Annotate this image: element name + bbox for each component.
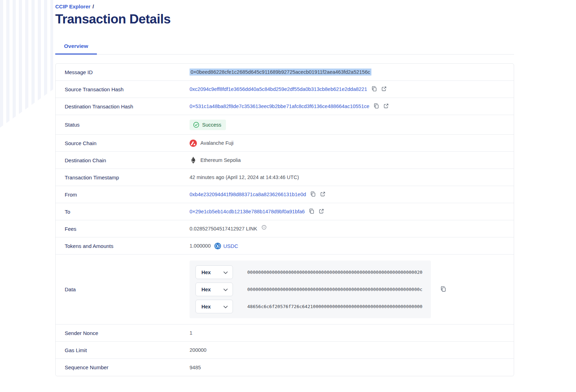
copy-data-button[interactable]: [440, 286, 446, 293]
hex-format-select[interactable]: Hex: [195, 283, 233, 296]
row-data: Data Hex 0000000000000000000000000000000…: [56, 255, 514, 325]
check-circle-icon: [193, 122, 199, 128]
breadcrumb: CCIP Explorer/: [55, 3, 514, 9]
background-stripes-decoration: [0, 0, 53, 128]
copy-button[interactable]: [374, 103, 379, 110]
external-link-icon: [381, 86, 387, 93]
row-source-tx-hash: Source Transaction Hash 0xc2094c9eff8fdf…: [56, 81, 514, 98]
row-to: To 0×29e1cb5eb14cdb12138e788b1478d9bf0a9…: [56, 203, 514, 220]
dest-chain-label: Destination Chain: [65, 157, 190, 163]
row-sender-nonce: Sender Nonce 1: [56, 325, 514, 342]
fees-info-button[interactable]: [262, 225, 266, 231]
external-link-button[interactable]: [381, 86, 387, 93]
tab-overview[interactable]: Overview: [55, 43, 97, 54]
source-tx-hash-link[interactable]: 0xc2094c9eff8fdf1e3656dd40a5c84bd259e2df…: [190, 86, 367, 92]
to-label: To: [65, 209, 190, 215]
timestamp-label: Transaction Timestamp: [65, 174, 190, 180]
external-link-icon: [319, 208, 324, 215]
status-badge: Success: [190, 120, 226, 130]
chevron-down-icon: [223, 304, 228, 309]
status-label: Status: [65, 122, 190, 128]
copy-icon: [374, 103, 379, 110]
copy-icon: [440, 286, 446, 293]
breadcrumb-separator: /: [93, 3, 94, 9]
hex-format-select[interactable]: Hex: [195, 265, 233, 279]
external-link-button[interactable]: [320, 191, 326, 198]
message-id-label: Message ID: [65, 69, 190, 75]
dest-chain-value: Ethereum Sepolia: [200, 157, 241, 163]
copy-icon: [310, 191, 316, 198]
copy-icon: [371, 86, 377, 93]
row-dest-chain: Destination Chain Ethereum Sepolia: [56, 152, 514, 169]
to-address-link[interactable]: 0×29e1cb5eb14cdb12138e788b1478d9bf0a91bf…: [190, 209, 305, 214]
row-source-chain: Source Chain Avalanche Fuji: [56, 135, 514, 152]
token-amount-value: 1.000000: [190, 243, 211, 249]
timestamp-value: 42 minutes ago (April 12, 2024 at 14:43:…: [190, 174, 299, 180]
sequence-number-label: Sequence Number: [65, 364, 190, 370]
data-line: Hex 000000000000000000000000000000000000…: [195, 283, 425, 296]
copy-button[interactable]: [310, 191, 316, 198]
source-chain-label: Source Chain: [65, 140, 190, 146]
hex-format-select[interactable]: Hex: [195, 300, 233, 313]
external-link-button[interactable]: [383, 103, 389, 110]
row-fees: Fees 0.028527504517412927 LINK: [56, 220, 514, 237]
external-link-button[interactable]: [319, 208, 324, 215]
sender-nonce-label: Sender Nonce: [65, 330, 190, 336]
tab-bar: Overview: [55, 43, 514, 55]
tokens-amounts-label: Tokens and Amounts: [65, 243, 190, 249]
row-timestamp: Transaction Timestamp 42 minutes ago (Ap…: [56, 169, 514, 186]
source-tx-hash-label: Source Transaction Hash: [65, 86, 190, 92]
hex-select-value: Hex: [201, 287, 211, 292]
chevron-down-icon: [223, 287, 228, 292]
transaction-details-card: Message ID 0×0beed86228cfe1c2685d645c911…: [55, 63, 514, 376]
usdc-token-link[interactable]: USDC: [223, 243, 238, 249]
hex-select-value: Hex: [201, 304, 211, 309]
source-chain-value: Avalanche Fuji: [200, 140, 234, 146]
hex-data-value: 48656c6c6f20576f726c64210000000000000000…: [247, 304, 422, 309]
row-gas-limit: Gas Limit 200000: [56, 342, 514, 359]
fees-label: Fees: [65, 226, 190, 232]
external-link-icon: [383, 103, 389, 110]
sequence-number-value: 9485: [190, 365, 201, 370]
from-address-link[interactable]: 0xb4e232094d41f98d88371ca8a8236266131b1e…: [190, 192, 306, 197]
ethereum-icon: [190, 157, 197, 164]
from-label: From: [65, 192, 190, 198]
data-hex-panel: Hex 000000000000000000000000000000000000…: [190, 261, 431, 318]
gas-limit-value: 200000: [190, 347, 206, 353]
breadcrumb-link-ccip-explorer[interactable]: CCIP Explorer: [55, 3, 91, 9]
page-title: Transaction Details: [55, 12, 514, 27]
dest-tx-hash-link[interactable]: 0×531c1a48ba82f8de7c353613eec9b2bbe71afc…: [190, 104, 369, 109]
dest-tx-hash-label: Destination Transaction Hash: [65, 104, 190, 109]
copy-icon: [309, 208, 314, 215]
sender-nonce-value: 1: [190, 330, 192, 336]
data-line: Hex 000000000000000000000000000000000000…: [195, 265, 425, 279]
external-link-icon: [320, 191, 326, 198]
data-line: Hex 48656c6c6f20576f726c6421000000000000…: [195, 300, 425, 313]
transaction-details-page: CCIP Explorer/ Transaction Details Overv…: [55, 3, 514, 376]
row-dest-tx-hash: Destination Transaction Hash 0×531c1a48b…: [56, 98, 514, 115]
row-status: Status Success: [56, 115, 514, 135]
row-from: From 0xb4e232094d41f98d88371ca8a82362661…: [56, 186, 514, 203]
gas-limit-label: Gas Limit: [65, 347, 190, 353]
copy-button[interactable]: [371, 86, 377, 93]
hex-select-value: Hex: [201, 270, 211, 275]
usdc-icon: $: [214, 243, 221, 249]
hex-data-value: 0000000000000000000000000000000000000000…: [247, 287, 422, 292]
svg-text:$: $: [217, 244, 219, 248]
chevron-down-icon: [223, 270, 228, 275]
row-tokens-amounts: Tokens and Amounts 1.000000 $ USDC: [56, 237, 514, 255]
data-label: Data: [65, 286, 190, 292]
hex-data-value: 0000000000000000000000000000000000000000…: [247, 270, 422, 275]
row-sequence-number: Sequence Number 9485: [56, 359, 514, 376]
info-icon: [262, 225, 266, 231]
copy-button[interactable]: [309, 208, 314, 215]
row-message-id: Message ID 0×0beed86228cfe1c2685d645c911…: [56, 64, 514, 81]
status-badge-text: Success: [202, 122, 221, 128]
message-id-value: 0×0beed86228cfe1c2685d645c911689b92725ac…: [190, 69, 371, 76]
avalanche-fuji-icon: [190, 140, 197, 147]
fees-value: 0.028527504517412927 LINK: [190, 226, 257, 231]
